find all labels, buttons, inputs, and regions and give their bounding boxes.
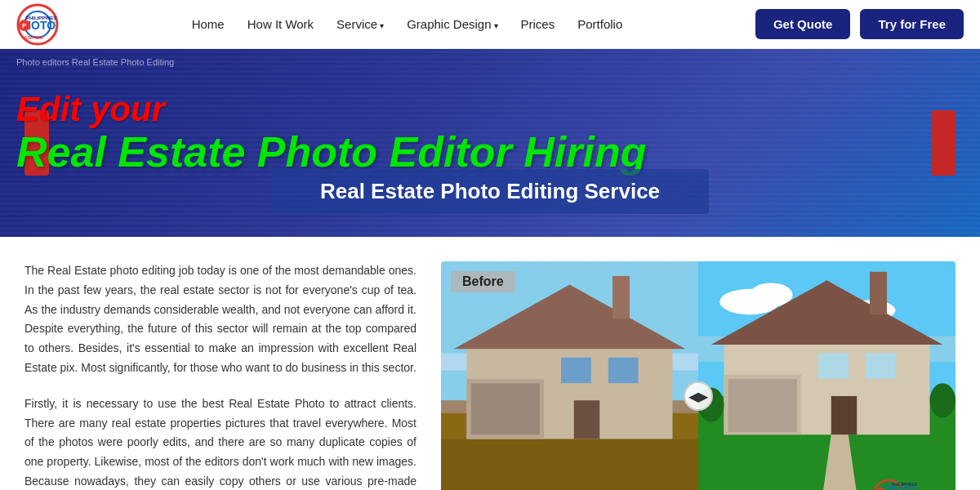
hero-breadcrumb: Photo editors Real Estate Photo Editing bbox=[16, 57, 174, 67]
hero-sub-bar: Real Estate Photo Editing Service bbox=[271, 169, 709, 214]
before-after-container: Before bbox=[441, 261, 956, 490]
nav-item-graphic[interactable]: Graphic Design▾ bbox=[407, 17, 497, 32]
hero-red-right-accent bbox=[931, 110, 956, 176]
svg-rect-33 bbox=[831, 396, 858, 434]
svg-rect-30 bbox=[728, 379, 797, 432]
svg-rect-31 bbox=[818, 354, 849, 380]
after-house-svg bbox=[698, 261, 956, 490]
hero-banner: Photo editors Real Estate Photo Editing … bbox=[0, 49, 980, 237]
content-area: The Real Estate photo editing job today … bbox=[0, 237, 980, 490]
before-after-divider: ◀▶ bbox=[684, 381, 713, 411]
nav-link-portfolio[interactable]: Portfolio bbox=[577, 17, 622, 31]
svg-text:HOTO: HOTO bbox=[889, 485, 917, 490]
image-column: Before bbox=[441, 261, 956, 490]
nav-buttons: Get Quote Try for Free bbox=[755, 9, 964, 39]
nav-link-service[interactable]: Service▾ bbox=[336, 17, 384, 31]
nav-link-how[interactable]: How It Work bbox=[247, 17, 314, 31]
after-panel: P PHILIPPINES HOTO EDITOR Support bbox=[698, 261, 956, 490]
svg-rect-32 bbox=[866, 354, 896, 380]
hero-main-heading: Real Estate Photo Editor Hiring bbox=[16, 131, 646, 173]
before-label: Before bbox=[451, 271, 515, 292]
nav-item-service[interactable]: Service▾ bbox=[336, 17, 384, 32]
svg-rect-18 bbox=[574, 400, 600, 439]
nav-link-home[interactable]: Home bbox=[192, 17, 225, 31]
svg-rect-19 bbox=[612, 276, 630, 319]
svg-rect-11 bbox=[441, 439, 698, 491]
before-panel: Before bbox=[441, 261, 698, 490]
divider-arrows: ◀▶ bbox=[688, 389, 708, 404]
nav-links: Home How It Work Service▾ Graphic Design… bbox=[192, 17, 623, 32]
svg-rect-16 bbox=[561, 358, 591, 384]
svg-rect-34 bbox=[870, 272, 887, 315]
nav-item-home[interactable]: Home bbox=[192, 17, 225, 32]
watermark-svg: P PHILIPPINES HOTO EDITOR bbox=[874, 474, 947, 490]
try-free-button[interactable]: Try for Free bbox=[860, 9, 964, 39]
nav-link-prices[interactable]: Prices bbox=[521, 17, 555, 31]
before-house-svg bbox=[441, 261, 698, 490]
hero-edit-your-text: Edit your bbox=[16, 90, 165, 129]
watermark-logo: P PHILIPPINES HOTO EDITOR bbox=[874, 474, 947, 490]
nav-item-prices[interactable]: Prices bbox=[521, 17, 555, 32]
logo: PHILIPPINES HOTO EDITOR P bbox=[16, 3, 59, 46]
nav-item-how[interactable]: How It Work bbox=[247, 17, 314, 32]
nav-link-graphic[interactable]: Graphic Design▾ bbox=[407, 17, 497, 31]
svg-rect-17 bbox=[608, 358, 639, 384]
nav-item-portfolio[interactable]: Portfolio bbox=[577, 17, 622, 32]
get-quote-button[interactable]: Get Quote bbox=[755, 9, 851, 39]
service-dropdown-arrow: ▾ bbox=[380, 21, 384, 30]
navbar: PHILIPPINES HOTO EDITOR P Home How It Wo… bbox=[0, 0, 980, 49]
text-column: The Real Estate photo editing job today … bbox=[24, 261, 416, 490]
hero-sub-heading: Real Estate Photo Editing Service bbox=[320, 179, 660, 203]
logo-icon: PHILIPPINES HOTO EDITOR P bbox=[16, 3, 59, 46]
paragraph-2: Firstly, it is necessary to use the best… bbox=[24, 394, 416, 490]
svg-point-36 bbox=[930, 383, 956, 417]
graphic-dropdown-arrow: ▾ bbox=[494, 21, 498, 30]
paragraph-1: The Real Estate photo editing job today … bbox=[24, 261, 416, 378]
svg-text:P: P bbox=[22, 22, 27, 29]
svg-text:EDITOR: EDITOR bbox=[24, 35, 43, 40]
svg-rect-15 bbox=[471, 383, 540, 434]
